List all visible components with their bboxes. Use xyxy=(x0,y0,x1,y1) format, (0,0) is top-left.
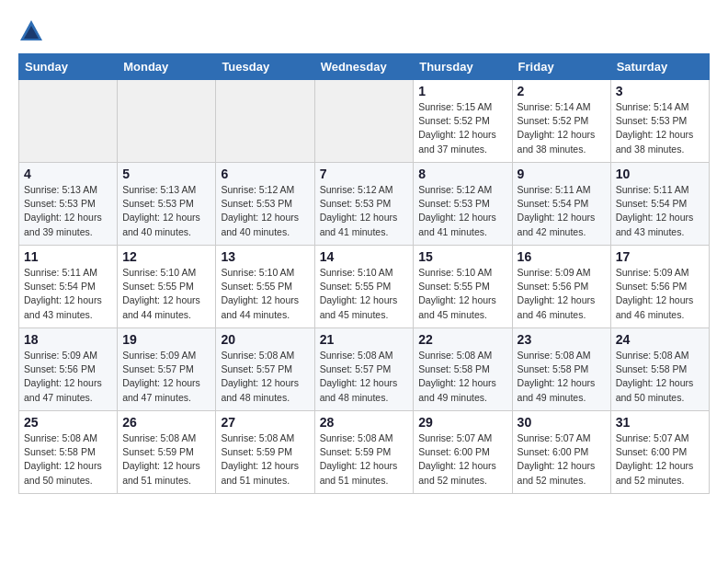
calendar-cell xyxy=(314,80,414,163)
day-number: 17 xyxy=(616,249,704,264)
calendar-cell: 9Sunrise: 5:11 AM Sunset: 5:54 PM Daylig… xyxy=(512,163,610,246)
day-number: 16 xyxy=(518,249,606,264)
calendar-cell: 25Sunrise: 5:08 AM Sunset: 5:58 PM Dayli… xyxy=(19,411,118,494)
calendar-cell: 6Sunrise: 5:12 AM Sunset: 5:53 PM Daylig… xyxy=(216,163,314,246)
day-number: 29 xyxy=(418,415,506,430)
header-day-saturday: Saturday xyxy=(610,54,709,80)
calendar-cell: 4Sunrise: 5:13 AM Sunset: 5:53 PM Daylig… xyxy=(19,163,118,246)
day-number: 15 xyxy=(418,249,506,264)
day-info: Sunrise: 5:08 AM Sunset: 5:57 PM Dayligh… xyxy=(221,349,309,405)
calendar-cell: 27Sunrise: 5:08 AM Sunset: 5:59 PM Dayli… xyxy=(216,411,314,494)
day-info: Sunrise: 5:09 AM Sunset: 5:56 PM Dayligh… xyxy=(518,266,606,322)
day-info: Sunrise: 5:10 AM Sunset: 5:55 PM Dayligh… xyxy=(320,266,409,322)
calendar-cell: 14Sunrise: 5:10 AM Sunset: 5:55 PM Dayli… xyxy=(314,246,414,328)
day-number: 27 xyxy=(221,415,309,430)
calendar-cell: 16Sunrise: 5:09 AM Sunset: 5:56 PM Dayli… xyxy=(512,246,610,328)
day-info: Sunrise: 5:07 AM Sunset: 6:00 PM Dayligh… xyxy=(616,431,704,488)
calendar-cell: 2Sunrise: 5:14 AM Sunset: 5:52 PM Daylig… xyxy=(512,80,610,163)
day-number: 19 xyxy=(122,332,210,347)
day-number: 1 xyxy=(418,84,506,98)
day-info: Sunrise: 5:15 AM Sunset: 5:52 PM Dayligh… xyxy=(418,100,506,156)
calendar-cell: 10Sunrise: 5:11 AM Sunset: 5:54 PM Dayli… xyxy=(610,163,709,246)
day-info: Sunrise: 5:12 AM Sunset: 5:53 PM Dayligh… xyxy=(418,183,506,239)
day-info: Sunrise: 5:14 AM Sunset: 5:52 PM Dayligh… xyxy=(518,100,606,156)
day-number: 14 xyxy=(320,249,409,264)
day-number: 5 xyxy=(122,167,210,181)
day-number: 23 xyxy=(518,332,606,347)
day-number: 24 xyxy=(616,332,704,347)
header-row: SundayMondayTuesdayWednesdayThursdayFrid… xyxy=(19,54,710,80)
day-number: 18 xyxy=(24,332,112,347)
day-number: 12 xyxy=(122,249,210,264)
day-info: Sunrise: 5:11 AM Sunset: 5:54 PM Dayligh… xyxy=(518,183,606,239)
day-number: 26 xyxy=(122,415,210,430)
calendar-cell xyxy=(118,80,216,163)
header-day-friday: Friday xyxy=(512,54,610,80)
day-number: 11 xyxy=(24,249,112,264)
week-row-1: 1Sunrise: 5:15 AM Sunset: 5:52 PM Daylig… xyxy=(19,80,710,163)
calendar-cell: 24Sunrise: 5:08 AM Sunset: 5:58 PM Dayli… xyxy=(610,328,709,411)
day-number: 13 xyxy=(221,249,309,264)
calendar-cell: 31Sunrise: 5:07 AM Sunset: 6:00 PM Dayli… xyxy=(610,411,709,494)
calendar-cell: 26Sunrise: 5:08 AM Sunset: 5:59 PM Dayli… xyxy=(118,411,216,494)
logo xyxy=(18,18,48,44)
day-info: Sunrise: 5:09 AM Sunset: 5:57 PM Dayligh… xyxy=(122,349,210,405)
day-number: 7 xyxy=(320,167,409,181)
day-info: Sunrise: 5:11 AM Sunset: 5:54 PM Dayligh… xyxy=(616,183,704,239)
header-day-tuesday: Tuesday xyxy=(216,54,314,80)
day-info: Sunrise: 5:10 AM Sunset: 5:55 PM Dayligh… xyxy=(122,266,210,322)
calendar-cell: 18Sunrise: 5:09 AM Sunset: 5:56 PM Dayli… xyxy=(19,328,118,411)
calendar-table: SundayMondayTuesdayWednesdayThursdayFrid… xyxy=(18,53,710,494)
calendar-cell: 28Sunrise: 5:08 AM Sunset: 5:59 PM Dayli… xyxy=(314,411,414,494)
calendar-cell xyxy=(19,80,118,163)
day-info: Sunrise: 5:10 AM Sunset: 5:55 PM Dayligh… xyxy=(418,266,506,322)
day-info: Sunrise: 5:09 AM Sunset: 5:56 PM Dayligh… xyxy=(616,266,704,322)
day-number: 4 xyxy=(24,167,112,181)
calendar-cell: 7Sunrise: 5:12 AM Sunset: 5:53 PM Daylig… xyxy=(314,163,414,246)
day-info: Sunrise: 5:08 AM Sunset: 5:59 PM Dayligh… xyxy=(320,431,409,488)
page-header xyxy=(18,18,710,44)
calendar-cell: 13Sunrise: 5:10 AM Sunset: 5:55 PM Dayli… xyxy=(216,246,314,328)
week-row-2: 4Sunrise: 5:13 AM Sunset: 5:53 PM Daylig… xyxy=(19,163,710,246)
day-info: Sunrise: 5:08 AM Sunset: 5:58 PM Dayligh… xyxy=(418,349,506,405)
day-number: 20 xyxy=(221,332,309,347)
day-info: Sunrise: 5:08 AM Sunset: 5:59 PM Dayligh… xyxy=(122,431,210,488)
logo-icon xyxy=(18,18,44,44)
calendar-cell: 3Sunrise: 5:14 AM Sunset: 5:53 PM Daylig… xyxy=(610,80,709,163)
day-info: Sunrise: 5:07 AM Sunset: 6:00 PM Dayligh… xyxy=(518,431,606,488)
day-number: 3 xyxy=(616,84,704,98)
calendar-cell: 1Sunrise: 5:15 AM Sunset: 5:52 PM Daylig… xyxy=(414,80,512,163)
day-info: Sunrise: 5:10 AM Sunset: 5:55 PM Dayligh… xyxy=(221,266,309,322)
header-day-monday: Monday xyxy=(118,54,216,80)
calendar-cell: 5Sunrise: 5:13 AM Sunset: 5:53 PM Daylig… xyxy=(118,163,216,246)
calendar-cell: 8Sunrise: 5:12 AM Sunset: 5:53 PM Daylig… xyxy=(414,163,512,246)
day-info: Sunrise: 5:08 AM Sunset: 5:58 PM Dayligh… xyxy=(24,431,112,488)
day-info: Sunrise: 5:12 AM Sunset: 5:53 PM Dayligh… xyxy=(221,183,309,239)
calendar-cell: 11Sunrise: 5:11 AM Sunset: 5:54 PM Dayli… xyxy=(19,246,118,328)
calendar-cell: 29Sunrise: 5:07 AM Sunset: 6:00 PM Dayli… xyxy=(414,411,512,494)
day-number: 25 xyxy=(24,415,112,430)
calendar-cell: 21Sunrise: 5:08 AM Sunset: 5:57 PM Dayli… xyxy=(314,328,414,411)
day-info: Sunrise: 5:13 AM Sunset: 5:53 PM Dayligh… xyxy=(122,183,210,239)
day-number: 6 xyxy=(221,167,309,181)
week-row-4: 18Sunrise: 5:09 AM Sunset: 5:56 PM Dayli… xyxy=(19,328,710,411)
day-info: Sunrise: 5:11 AM Sunset: 5:54 PM Dayligh… xyxy=(24,266,112,322)
calendar-cell: 22Sunrise: 5:08 AM Sunset: 5:58 PM Dayli… xyxy=(414,328,512,411)
day-number: 31 xyxy=(616,415,704,430)
week-row-3: 11Sunrise: 5:11 AM Sunset: 5:54 PM Dayli… xyxy=(19,246,710,328)
day-info: Sunrise: 5:07 AM Sunset: 6:00 PM Dayligh… xyxy=(418,431,506,488)
header-day-thursday: Thursday xyxy=(414,54,512,80)
calendar-cell: 19Sunrise: 5:09 AM Sunset: 5:57 PM Dayli… xyxy=(118,328,216,411)
calendar-cell: 20Sunrise: 5:08 AM Sunset: 5:57 PM Dayli… xyxy=(216,328,314,411)
day-number: 2 xyxy=(518,84,606,98)
day-info: Sunrise: 5:12 AM Sunset: 5:53 PM Dayligh… xyxy=(320,183,409,239)
day-number: 28 xyxy=(320,415,409,430)
day-number: 8 xyxy=(418,167,506,181)
calendar-cell: 30Sunrise: 5:07 AM Sunset: 6:00 PM Dayli… xyxy=(512,411,610,494)
calendar-cell: 23Sunrise: 5:08 AM Sunset: 5:58 PM Dayli… xyxy=(512,328,610,411)
day-info: Sunrise: 5:08 AM Sunset: 5:58 PM Dayligh… xyxy=(518,349,606,405)
calendar-cell: 17Sunrise: 5:09 AM Sunset: 5:56 PM Dayli… xyxy=(610,246,709,328)
day-number: 9 xyxy=(518,167,606,181)
calendar-cell xyxy=(216,80,314,163)
day-number: 21 xyxy=(320,332,409,347)
